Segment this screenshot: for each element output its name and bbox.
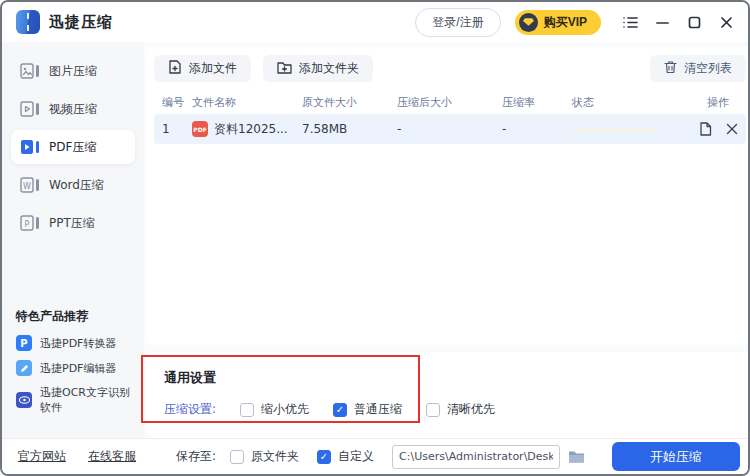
- product-ocr-software[interactable]: 迅捷OCR文字识别软件: [16, 385, 130, 415]
- trash-icon: [664, 60, 677, 77]
- pdf-file-icon: PDF: [192, 121, 208, 137]
- option-size-priority[interactable]: ✓ 缩小优先: [240, 401, 309, 418]
- pdf-converter-icon: P: [16, 335, 32, 351]
- close-icon[interactable]: [719, 15, 734, 30]
- status-progress-bar: [572, 128, 658, 131]
- row-ratio: -: [502, 122, 572, 136]
- minimize-icon[interactable]: [655, 15, 670, 30]
- option-label: 普通压缩: [354, 401, 402, 418]
- option-label: 原文件夹: [251, 448, 299, 465]
- file-list-panel: 添加文件 添加文件夹 清空列表: [146, 47, 750, 345]
- titlebar-actions: 登录/注册 购买VIP: [415, 8, 734, 37]
- header-no: 编号: [154, 95, 192, 110]
- sidebar-item-label: 视频压缩: [49, 101, 97, 118]
- add-file-label: 添加文件: [189, 60, 237, 77]
- footer-bar: 官方网站 在线客服 保存至: ✓ 原文件夹 ✓ 自定义 开始压缩: [2, 438, 748, 474]
- option-custom-folder[interactable]: ✓ 自定义: [317, 448, 374, 465]
- sidebar-item-label: PDF压缩: [49, 139, 96, 156]
- save-to-label: 保存至:: [176, 448, 216, 465]
- compression-settings-row: 压缩设置: ✓ 缩小优先 ✓ 普通压缩 ✓ 清晰优先: [164, 401, 736, 418]
- add-file-icon: [168, 60, 182, 77]
- row-original-size: 7.58MB: [302, 122, 397, 136]
- clarity-priority-checkbox[interactable]: ✓: [426, 403, 440, 417]
- size-priority-checkbox[interactable]: ✓: [240, 403, 254, 417]
- table-row[interactable]: 1 PDF 资料12025... 7.58MB - -: [154, 114, 746, 144]
- image-compress-icon: [20, 62, 40, 80]
- compression-settings-label: 压缩设置:: [164, 401, 216, 418]
- option-label: 自定义: [338, 448, 374, 465]
- general-settings-panel: 通用设置 压缩设置: ✓ 缩小优先 ✓ 普通压缩 ✓ 清晰优先: [146, 352, 750, 438]
- clear-list-button[interactable]: 清空列表: [650, 55, 746, 82]
- app-title: 迅捷压缩: [49, 13, 113, 32]
- featured-products-title: 特色产品推荐: [16, 308, 130, 325]
- header-filename: 文件名称: [192, 95, 302, 110]
- header-ratio: 压缩率: [502, 95, 572, 110]
- buy-vip-button[interactable]: 购买VIP: [515, 10, 601, 35]
- option-label: 缩小优先: [261, 401, 309, 418]
- sidebar-item-image-compress[interactable]: 图片压缩: [11, 54, 135, 88]
- sidebar-item-label: Word压缩: [49, 177, 104, 194]
- add-file-button[interactable]: 添加文件: [154, 55, 251, 82]
- online-support-link[interactable]: 在线客服: [88, 448, 136, 465]
- row-filename-cell: PDF 资料12025...: [192, 121, 302, 138]
- option-label: 清晰优先: [447, 401, 495, 418]
- window-controls: [623, 15, 734, 30]
- clear-list-label: 清空列表: [684, 60, 732, 77]
- product-label: 迅捷PDF转换器: [40, 336, 116, 351]
- file-toolbar: 添加文件 添加文件夹 清空列表: [154, 55, 746, 82]
- featured-products: 特色产品推荐 P 迅捷PDF转换器 迅捷PDF编辑器 迅捷OCR文字识别软件: [2, 308, 144, 428]
- header-actions: 操作: [690, 95, 746, 110]
- add-folder-button[interactable]: 添加文件夹: [263, 55, 373, 82]
- header-compressed-size: 压缩后大小: [397, 95, 502, 110]
- app-body: 图片压缩 视频压缩 PDF压缩 W Word压缩: [2, 42, 748, 438]
- login-register-button[interactable]: 登录/注册: [415, 8, 500, 37]
- option-normal-compress[interactable]: ✓ 普通压缩: [333, 401, 402, 418]
- add-folder-label: 添加文件夹: [299, 60, 359, 77]
- app-logo-icon: [16, 10, 40, 34]
- remove-file-icon[interactable]: [726, 123, 738, 135]
- official-website-link[interactable]: 官方网站: [18, 448, 66, 465]
- vip-label: 购买VIP: [544, 14, 587, 31]
- sidebar-item-pdf-compress[interactable]: PDF压缩: [11, 130, 135, 164]
- start-compress-button[interactable]: 开始压缩: [612, 442, 740, 471]
- original-folder-checkbox[interactable]: ✓: [230, 450, 244, 464]
- open-file-icon[interactable]: [699, 122, 712, 136]
- option-clarity-priority[interactable]: ✓ 清晰优先: [426, 401, 495, 418]
- save-path-input[interactable]: [392, 445, 560, 469]
- sidebar-item-label: 图片压缩: [49, 63, 97, 80]
- custom-folder-checkbox[interactable]: ✓: [317, 450, 331, 464]
- add-folder-icon: [277, 61, 292, 77]
- video-compress-icon: [20, 100, 40, 118]
- svg-text:W: W: [23, 182, 31, 191]
- general-settings-title: 通用设置: [164, 369, 736, 387]
- word-compress-icon: W: [20, 176, 40, 194]
- sidebar-item-word-compress[interactable]: W Word压缩: [11, 168, 135, 202]
- product-pdf-editor[interactable]: 迅捷PDF编辑器: [16, 360, 130, 376]
- pdf-editor-icon: [16, 360, 32, 376]
- sidebar: 图片压缩 视频压缩 PDF压缩 W Word压缩: [2, 42, 144, 438]
- menu-icon[interactable]: [623, 15, 638, 30]
- ocr-icon: [16, 392, 32, 408]
- row-status-cell: [572, 128, 690, 131]
- row-compressed-size: -: [397, 122, 502, 136]
- sidebar-item-video-compress[interactable]: 视频压缩: [11, 92, 135, 126]
- product-label: 迅捷OCR文字识别软件: [40, 385, 130, 415]
- maximize-icon[interactable]: [687, 15, 702, 30]
- product-pdf-converter[interactable]: P 迅捷PDF转换器: [16, 335, 130, 351]
- app-window: 迅捷压缩 登录/注册 购买VIP: [0, 0, 750, 476]
- vip-gem-icon: [519, 13, 538, 32]
- option-original-folder[interactable]: ✓ 原文件夹: [230, 448, 299, 465]
- pdf-compress-icon: [20, 138, 40, 156]
- header-original-size: 原文件大小: [302, 95, 397, 110]
- header-status: 状态: [572, 95, 690, 110]
- main-area: 添加文件 添加文件夹 清空列表: [144, 42, 750, 438]
- title-bar: 迅捷压缩 登录/注册 购买VIP: [2, 2, 748, 42]
- row-number: 1: [154, 122, 192, 136]
- table-header: 编号 文件名称 原文件大小 压缩后大小 压缩率 状态 操作: [154, 90, 746, 114]
- normal-compress-checkbox[interactable]: ✓: [333, 403, 347, 417]
- sidebar-item-label: PPT压缩: [49, 215, 95, 232]
- sidebar-item-ppt-compress[interactable]: P PPT压缩: [11, 206, 135, 240]
- browse-folder-icon[interactable]: [568, 450, 585, 464]
- ppt-compress-icon: P: [20, 214, 40, 232]
- row-filename: 资料12025...: [214, 121, 288, 138]
